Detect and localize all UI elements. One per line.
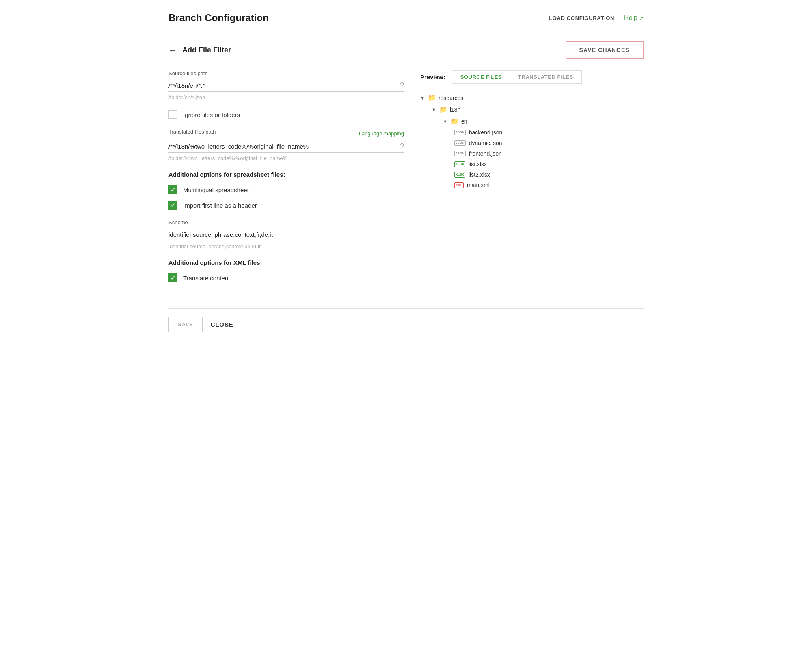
sub-header-title: Add File Filter: [182, 46, 231, 54]
list-item: ▼ 📁 resources: [420, 92, 644, 104]
translated-path-help-icon[interactable]: ?: [400, 142, 404, 151]
translated-files-path-input[interactable]: [168, 141, 404, 152]
help-label: Help: [624, 14, 637, 22]
save-changes-button[interactable]: SAVE CHANGES: [566, 41, 644, 59]
import-header-row: Import first line as a header: [168, 201, 404, 210]
translated-files-path-group: Translated files path Language mapping ?…: [168, 129, 404, 161]
translated-files-path-input-wrap: ?: [168, 141, 404, 153]
file-tree: ▼ 📁 resources ▼ 📁 i18n ▼ 📁 en: [420, 92, 644, 191]
chevron-down-icon: ▼: [420, 95, 425, 100]
file-name: list.xlsx: [469, 161, 487, 167]
import-header-label: Import first line as a header: [183, 202, 257, 209]
preview-header: Preview: SOURCE FILES TRANSLATED FILES: [420, 70, 644, 84]
left-panel: Source files path ? /folder/en/*.json Ig…: [168, 70, 404, 292]
tab-source-files[interactable]: SOURCE FILES: [452, 71, 510, 83]
file-name: main.xml: [467, 182, 490, 188]
scheme-label: Scheme: [168, 219, 404, 225]
translate-content-label: Translate content: [183, 275, 230, 282]
translated-files-path-hint: /folder/%two_letters_code%/%original_fil…: [168, 155, 404, 161]
import-header-checkbox[interactable]: [168, 201, 177, 210]
language-mapping-link[interactable]: Language mapping: [359, 130, 404, 136]
source-path-help-icon[interactable]: ?: [400, 81, 404, 90]
source-files-path-hint: /folder/en/*.json: [168, 94, 404, 100]
scheme-input[interactable]: [168, 229, 404, 240]
ignore-files-checkbox[interactable]: [168, 110, 177, 119]
scheme-hint: identifier,source_phrase,context,uk,ru,f…: [168, 243, 404, 249]
xml-section-title: Additional options for XML files:: [168, 259, 404, 266]
folder-icon: 📁: [451, 117, 459, 125]
page-footer: SAVE CLOSE: [168, 308, 644, 340]
list-item: XML main.xml: [454, 180, 644, 191]
list-item: JSON frontend.json: [454, 148, 644, 159]
source-files-path-input-wrap: ?: [168, 80, 404, 92]
ignore-files-row: Ignore files or folders: [168, 110, 404, 119]
file-name: frontend.json: [469, 150, 502, 157]
xml-section: Additional options for XML files: Transl…: [168, 259, 404, 282]
right-panel: Preview: SOURCE FILES TRANSLATED FILES ▼…: [420, 70, 644, 292]
file-name: backend.json: [469, 129, 503, 136]
file-type-badge: XLSX: [454, 161, 465, 167]
scheme-input-wrap: [168, 229, 404, 241]
source-files-path-group: Source files path ? /folder/en/*.json: [168, 70, 404, 100]
tab-translated-files[interactable]: TRANSLATED FILES: [510, 71, 581, 83]
preview-label: Preview:: [420, 74, 445, 80]
translate-content-row: Translate content: [168, 273, 404, 282]
list-item: ▼ 📁 en: [443, 115, 644, 127]
top-header-right: LOAD CONFIGURATION Help ↗: [549, 14, 644, 22]
multilingual-row: Multilingual spreadsheet: [168, 185, 404, 194]
external-link-icon: ↗: [639, 15, 644, 21]
folder-name: i18n: [450, 106, 460, 113]
folder-icon: 📁: [439, 106, 447, 113]
folder-name: en: [461, 118, 468, 125]
multilingual-checkbox[interactable]: [168, 185, 177, 194]
translated-files-path-label: Translated files path: [168, 129, 216, 135]
chevron-down-icon: ▼: [432, 107, 436, 112]
page-wrapper: Branch Configuration LOAD CONFIGURATION …: [152, 0, 660, 340]
list-item: XLSX list.xlsx: [454, 159, 644, 169]
folder-icon: 📁: [428, 94, 436, 102]
load-configuration-button[interactable]: LOAD CONFIGURATION: [549, 15, 614, 21]
multilingual-label: Multilingual spreadsheet: [183, 186, 249, 193]
chevron-down-icon: ▼: [443, 119, 447, 124]
file-type-badge: JSON: [454, 151, 466, 156]
sub-header: ← Add File Filter SAVE CHANGES: [168, 32, 644, 66]
ignore-files-label: Ignore files or folders: [183, 111, 240, 118]
file-type-badge: XML: [454, 182, 464, 188]
file-type-badge: JSON: [454, 130, 466, 135]
spreadsheet-section: Additional options for spreadsheet files…: [168, 171, 404, 210]
folder-name: resources: [438, 95, 463, 101]
help-link[interactable]: Help ↗: [624, 14, 644, 22]
list-item: XLSX list2.xlsx: [454, 169, 644, 180]
scheme-field-group: Scheme identifier,source_phrase,context,…: [168, 219, 404, 249]
footer-close-button[interactable]: CLOSE: [211, 317, 233, 332]
file-name: list2.xlsx: [469, 171, 490, 178]
file-type-badge: XLSX: [454, 172, 465, 178]
file-type-badge: JSON: [454, 140, 466, 146]
translate-content-checkbox[interactable]: [168, 273, 177, 282]
footer-save-button[interactable]: SAVE: [168, 317, 203, 332]
list-item: ▼ 📁 i18n: [432, 104, 644, 115]
back-button[interactable]: ←: [168, 46, 177, 54]
top-header: Branch Configuration LOAD CONFIGURATION …: [168, 12, 644, 32]
source-files-path-input[interactable]: [168, 80, 404, 91]
list-item: JSON dynamic.json: [454, 138, 644, 148]
spreadsheet-section-title: Additional options for spreadsheet files…: [168, 171, 404, 178]
sub-header-left: ← Add File Filter: [168, 46, 231, 54]
preview-tabs: SOURCE FILES TRANSLATED FILES: [452, 70, 582, 84]
source-files-path-label: Source files path: [168, 70, 404, 76]
list-item: JSON backend.json: [454, 127, 644, 138]
page-title: Branch Configuration: [168, 12, 269, 24]
file-name: dynamic.json: [469, 140, 502, 146]
main-content: Source files path ? /folder/en/*.json Ig…: [168, 66, 644, 292]
translated-path-header: Translated files path Language mapping: [168, 129, 404, 138]
